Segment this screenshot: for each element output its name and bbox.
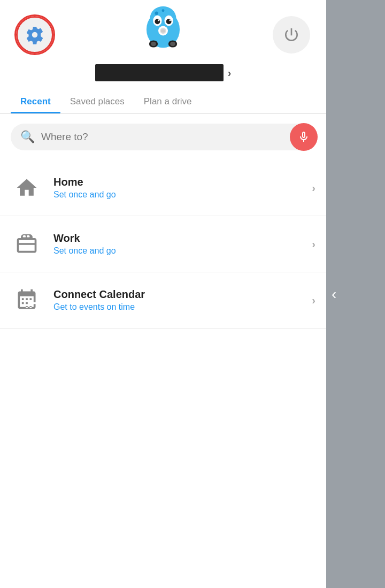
home-subtitle: Set once and go	[53, 190, 312, 200]
microphone-button[interactable]	[290, 123, 318, 151]
work-item[interactable]: Work Set once and go ›	[0, 216, 326, 272]
calendar-item[interactable]: Connect Calendar Get to events on time ›	[0, 272, 326, 329]
work-text: Work Set once and go	[53, 232, 312, 256]
calendar-chevron-icon: ›	[312, 294, 315, 307]
gear-icon	[25, 25, 44, 44]
calendar-icon-container	[11, 284, 43, 316]
main-panel: › Recent Saved places Plan a drive 🔍	[0, 0, 326, 588]
svg-point-7	[169, 19, 171, 21]
svg-rect-10	[161, 29, 165, 33]
microphone-icon	[297, 131, 310, 143]
work-title: Work	[53, 232, 312, 245]
search-input[interactable]	[41, 131, 306, 143]
waze-logo	[139, 5, 187, 54]
search-icon: 🔍	[20, 130, 35, 144]
work-icon	[15, 232, 38, 256]
svg-point-6	[158, 19, 159, 21]
work-subtitle: Set once and go	[53, 246, 312, 256]
search-bar: 🔍	[11, 124, 315, 150]
calendar-text: Connect Calendar Get to events on time	[53, 288, 312, 312]
power-icon	[283, 26, 300, 43]
tab-recent[interactable]: Recent	[11, 90, 60, 113]
tab-plan-drive[interactable]: Plan a drive	[134, 90, 202, 113]
calendar-icon	[15, 288, 38, 312]
header	[0, 0, 326, 59]
username-bar[interactable]: ›	[16, 64, 310, 81]
power-button[interactable]	[273, 16, 310, 54]
svg-point-14	[151, 42, 156, 46]
username-redacted	[95, 64, 224, 81]
search-area: 🔍	[0, 114, 326, 160]
work-chevron-icon: ›	[312, 238, 315, 250]
calendar-subtitle: Get to events on time	[53, 302, 312, 312]
calendar-title: Connect Calendar	[53, 288, 312, 301]
collapse-chevron-icon[interactable]: ‹	[332, 286, 336, 303]
work-icon-container	[11, 228, 43, 260]
tabs-container: Recent Saved places Plan a drive	[0, 90, 326, 114]
home-icon-container	[11, 172, 43, 204]
home-icon	[15, 176, 38, 200]
home-chevron-icon: ›	[312, 182, 315, 194]
home-title: Home	[53, 176, 312, 188]
svg-point-12	[162, 9, 165, 12]
username-chevron-icon: ›	[228, 67, 232, 79]
tab-saved-places[interactable]: Saved places	[60, 90, 134, 113]
side-panel: ‹	[326, 0, 385, 588]
settings-button[interactable]	[16, 16, 53, 54]
svg-point-16	[170, 42, 175, 46]
svg-point-11	[155, 11, 158, 15]
home-item[interactable]: Home Set once and go ›	[0, 160, 326, 216]
home-text: Home Set once and go	[53, 176, 312, 200]
waze-mascot	[139, 5, 187, 54]
